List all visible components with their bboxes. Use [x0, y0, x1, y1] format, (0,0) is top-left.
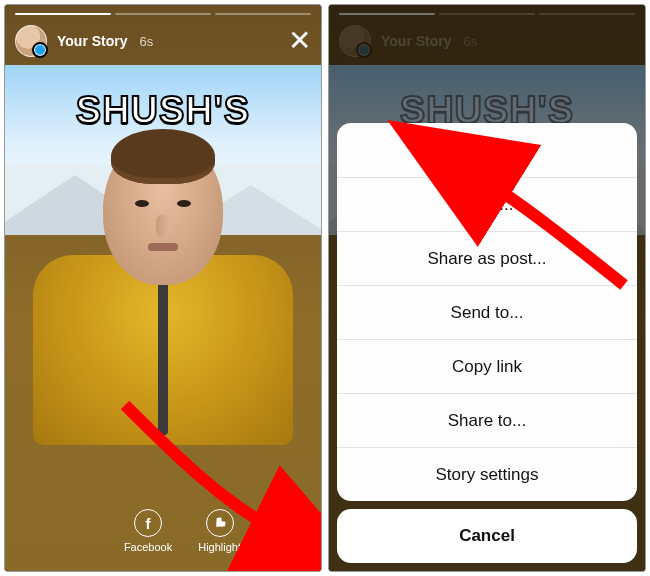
- sheet-item-share-post[interactable]: Share as post...: [337, 231, 637, 285]
- sheet-item-delete[interactable]: Delete: [337, 123, 637, 177]
- phone-story-view: SHUSH'S Your Story 6s ✕ f Facebook Highl…: [4, 4, 322, 572]
- story-progress-bar: [15, 13, 311, 15]
- action-sheet: Delete Save... Share as post... Send to.…: [337, 123, 637, 563]
- story-person: [33, 125, 293, 445]
- phone-action-sheet: SHUSH'S Your Story 6s f Facebook Highlig…: [328, 4, 646, 572]
- more-icon: [272, 509, 300, 537]
- sheet-item-share-to[interactable]: Share to...: [337, 393, 637, 447]
- story-age: 6s: [140, 34, 154, 49]
- sheet-cancel-button[interactable]: Cancel: [337, 509, 637, 563]
- sheet-item-save[interactable]: Save...: [337, 177, 637, 231]
- story-header: Your Story 6s ✕: [15, 21, 311, 61]
- story-title: Your Story: [57, 33, 128, 49]
- facebook-icon: f: [134, 509, 162, 537]
- sheet-item-copy-link[interactable]: Copy link: [337, 339, 637, 393]
- facebook-button[interactable]: f Facebook: [124, 509, 172, 553]
- highlight-button[interactable]: Highlight: [198, 509, 241, 553]
- heart-icon: [206, 509, 234, 537]
- facebook-label: Facebook: [124, 541, 172, 553]
- action-sheet-group: Delete Save... Share as post... Send to.…: [337, 123, 637, 501]
- more-label: More: [273, 541, 298, 553]
- story-footer: f Facebook Highlight More: [5, 503, 321, 563]
- highlight-label: Highlight: [198, 541, 241, 553]
- sheet-item-story-settings[interactable]: Story settings: [337, 447, 637, 501]
- story-caption: SHUSH'S: [5, 89, 321, 132]
- avatar[interactable]: [15, 25, 47, 57]
- sheet-item-send-to[interactable]: Send to...: [337, 285, 637, 339]
- more-button[interactable]: More: [267, 509, 305, 553]
- close-button[interactable]: ✕: [288, 27, 311, 55]
